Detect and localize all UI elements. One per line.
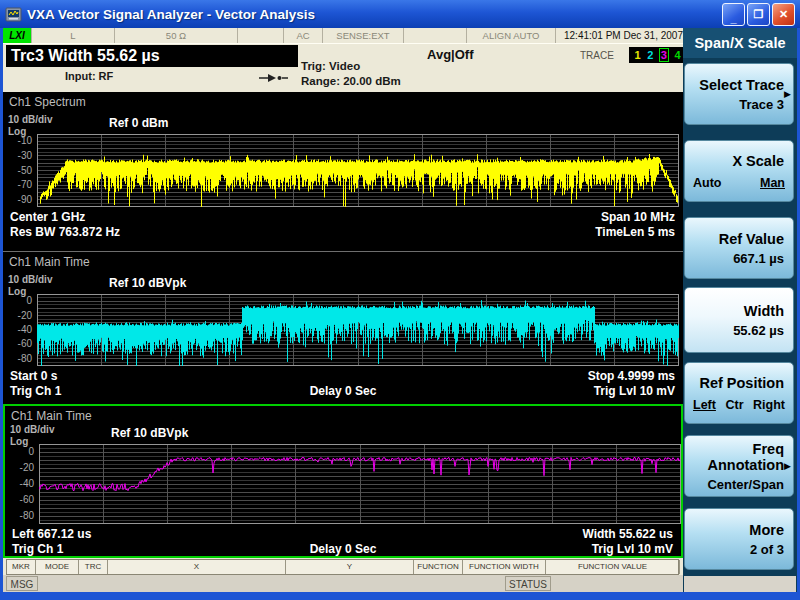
plot-footer-line2: Trig Ch 1Delay 0 SecTrig Lvl 10 mV xyxy=(3,384,683,398)
trace-indicator-2: 2 xyxy=(646,49,654,61)
plot-title: Ch1 Main Time xyxy=(9,255,90,269)
trace-indicator: 1234 xyxy=(629,47,686,63)
trace-readout: Trc3 Width 55.62 µs xyxy=(6,45,298,67)
footer-left-label: Center 1 GHz xyxy=(10,210,85,224)
marker-column-mode: MODE xyxy=(36,560,79,574)
softkey-freq-annotation[interactable]: Freq Annotation▶Center/Span xyxy=(684,435,794,497)
status-cell-50-: 50 Ω xyxy=(115,28,238,43)
softkey-select-trace[interactable]: Select Trace▶Trace 3 xyxy=(684,63,794,125)
plot-grid xyxy=(37,134,679,207)
trigger-arrow-icon xyxy=(259,73,289,83)
footer-right-label: Trig Lvl 10 mV xyxy=(594,384,675,398)
marker-column-function-width: FUNCTION WIDTH xyxy=(463,560,546,574)
y-axis-tick-label: -40 xyxy=(3,324,32,335)
y-axis-tick-label: 0 xyxy=(5,446,34,457)
plot-grid xyxy=(39,444,681,524)
y-axis-tick-label: -40 xyxy=(5,478,34,489)
trigger-type: Trig: Video xyxy=(301,59,401,74)
status-cell-ac: AC xyxy=(284,28,323,43)
footer-left-label: Res BW 763.872 Hz xyxy=(10,225,120,239)
footer-right-label: Width 55.622 us xyxy=(582,527,673,541)
trigger-info: Trig: Video Range: 20.00 dBm xyxy=(301,59,401,89)
footer-right-label: Stop 4.9999 ms xyxy=(588,369,675,383)
maximize-button[interactable]: ❐ xyxy=(747,3,770,26)
status-cell-l: L xyxy=(32,28,115,43)
footer-left-label: Start 0 s xyxy=(10,369,57,383)
softkey-label: Select Trace xyxy=(685,77,793,93)
plot-footer-line2: Res BW 763.872 HzTimeLen 5 ms xyxy=(3,225,683,239)
softkey-sidebar: Span/X Scale Select Trace▶Trace 3X Scale… xyxy=(683,28,797,592)
trace-indicator-label: TRACE xyxy=(580,50,614,61)
scale-per-div-label: 10 dB/div xyxy=(8,274,52,285)
measurement-header: Trc3 Width 55.62 µs Input: RF Trig: Vide… xyxy=(3,44,683,92)
softkey-more[interactable]: More2 of 3 xyxy=(684,508,794,570)
window-title: VXA Vector Signal Analyzer - Vector Anal… xyxy=(27,7,315,22)
marker-column-y: Y xyxy=(286,560,414,574)
plot-panel-3: Ch1 Main Time10 dB/divLogRef 10 dBVpk0-2… xyxy=(3,404,683,558)
marker-column-function: FUNCTION xyxy=(414,560,463,574)
y-axis-tick-label: -70 xyxy=(3,179,32,190)
softkey-option-left[interactable]: Left xyxy=(693,398,716,412)
y-axis-tick-label: 0 xyxy=(3,295,32,306)
status-cell-align-auto: ALIGN AUTO xyxy=(467,28,556,43)
softkey-label: Freq Annotation xyxy=(685,441,793,473)
scale-per-div-label: 10 dB/div xyxy=(10,424,54,435)
message-bar: MSG STATUS xyxy=(3,575,683,592)
marker-column-trc: TRC xyxy=(79,560,108,574)
footer-center-label: Delay 0 Sec xyxy=(5,542,681,556)
softkey-label: Ref Position xyxy=(685,375,793,391)
msg-label: MSG xyxy=(6,576,38,591)
trace-indicator-3: 3 xyxy=(659,48,669,62)
status-cell-blank-6 xyxy=(404,28,467,43)
softkey-ref-value[interactable]: Ref Value667.1 µs xyxy=(684,217,794,279)
footer-right-label: TimeLen 5 ms xyxy=(595,225,675,239)
plot-footer-line2: Trig Ch 1Delay 0 SecTrig Lvl 10 mV xyxy=(5,542,681,556)
softkey-option-ctr[interactable]: Ctr xyxy=(725,398,743,412)
submenu-arrow-icon: ▶ xyxy=(784,461,791,471)
y-axis-tick-label: -20 xyxy=(5,462,34,473)
softkey-menu-title: Span/X Scale xyxy=(694,35,785,51)
scale-per-div-label: 10 dB/div xyxy=(8,114,52,125)
close-button[interactable]: ✕ xyxy=(772,3,795,26)
softkey-width[interactable]: Width55.62 µs xyxy=(684,287,794,353)
minimize-button[interactable]: _ xyxy=(722,3,745,26)
footer-right-label: Span 10 MHz xyxy=(601,210,675,224)
trace-indicator-4: 4 xyxy=(673,49,681,61)
trigger-range: Range: 20.00 dBm xyxy=(301,74,401,89)
window-border-bottom xyxy=(0,592,800,600)
marker-column-x: X xyxy=(108,560,286,574)
plots-area: Ch1 Spectrum10 dB/divLogRef 0 dBm-10-30-… xyxy=(3,92,683,558)
softkey-ref-position[interactable]: Ref PositionLeftCtrRight xyxy=(684,362,794,424)
softkey-option-auto[interactable]: Auto xyxy=(693,176,721,190)
footer-left-label: Left 667.12 us xyxy=(12,527,91,541)
softkey-label: X Scale xyxy=(685,153,793,169)
softkey-menu-titlebar: Span/X Scale xyxy=(683,28,797,58)
input-label: Input: RF xyxy=(65,70,113,82)
y-axis-tick-label: -50 xyxy=(3,165,32,176)
app-window: VXA Vector Signal Analyzer - Vector Anal… xyxy=(0,0,800,600)
softkey-value: 55.62 µs xyxy=(685,323,793,338)
title-bar: VXA Vector Signal Analyzer - Vector Anal… xyxy=(0,0,800,28)
status-label: STATUS xyxy=(505,576,551,591)
y-axis-tick-label: -60 xyxy=(3,338,32,349)
y-axis-tick-label: -20 xyxy=(3,310,32,321)
trace-indicator-1: 1 xyxy=(634,49,642,61)
sidebar-footer-strip xyxy=(684,576,796,592)
average-status: Avg|Off xyxy=(427,47,473,62)
marker-column-mkr: MKR xyxy=(7,560,36,574)
status-cell-lxi: LXI xyxy=(3,28,32,43)
status-cell-12-41-01-pm-dec-31-2007: 12:41:01 PM Dec 31, 2007 xyxy=(556,28,692,43)
marker-table-header: MKRMODETRCXYFUNCTIONFUNCTION WIDTHFUNCTI… xyxy=(6,559,679,575)
softkey-value: 2 of 3 xyxy=(685,542,793,557)
footer-right-label: Trig Lvl 10 mV xyxy=(592,542,673,556)
plot-footer-line1: Left 667.12 usWidth 55.622 us xyxy=(5,527,681,541)
softkey-x-scale[interactable]: X ScaleAutoMan xyxy=(684,140,794,202)
status-cell-sense-ext: SENSE:EXT xyxy=(323,28,404,43)
softkey-option-right[interactable]: Right xyxy=(753,398,785,412)
y-axis-tick-label: -80 xyxy=(5,510,34,521)
softkey-label: Width xyxy=(685,303,793,319)
plot-panel-1: Ch1 Spectrum10 dB/divLogRef 0 dBm-10-30-… xyxy=(3,92,683,251)
plot-title: Ch1 Spectrum xyxy=(9,95,86,109)
marker-column-function-value: FUNCTION VALUE xyxy=(546,560,680,574)
softkey-option-man[interactable]: Man xyxy=(760,176,785,190)
